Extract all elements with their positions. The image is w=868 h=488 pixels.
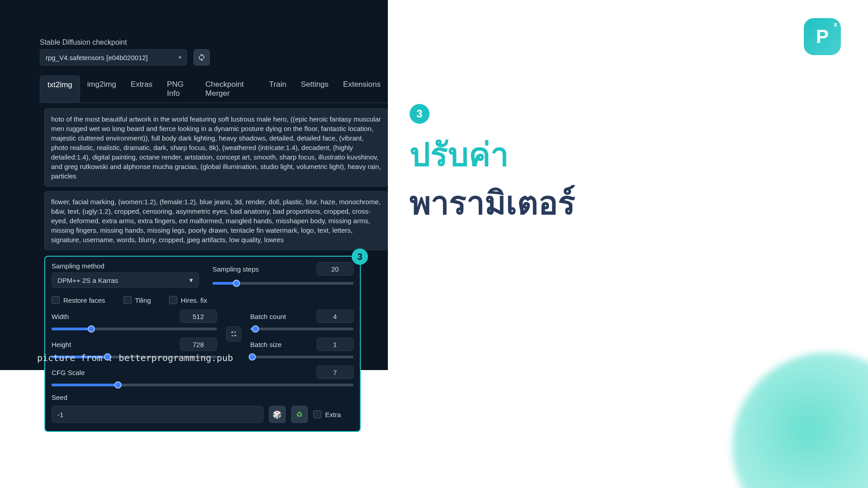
height-label: Height (52, 341, 71, 348)
chevron-down-icon: ▾ (189, 276, 193, 284)
decorative-blob (732, 352, 868, 488)
negative-prompt-textarea[interactable]: flower, facial marking, (women:1.2), (fe… (44, 191, 388, 250)
restore-faces-checkbox[interactable] (52, 296, 60, 304)
dice-icon: 🎲 (273, 410, 282, 419)
batch-count-slider[interactable] (250, 328, 354, 330)
tab-settings[interactable]: Settings (293, 75, 335, 103)
screenshot-panel: Stable Diffusion checkpoint rpg_V4.safet… (0, 0, 388, 370)
swap-icon (230, 330, 237, 338)
seed-input[interactable] (52, 406, 264, 423)
logo-x: x (834, 21, 837, 28)
restore-faces-label: Restore faces (63, 296, 105, 304)
tiling-label: Tiling (135, 296, 151, 304)
tab-img2img[interactable]: img2img (80, 75, 123, 103)
logo: P x (804, 18, 841, 55)
dice-button[interactable]: 🎲 (269, 406, 286, 423)
sampling-steps-slider[interactable] (212, 282, 354, 285)
hires-fix-checkbox[interactable] (169, 296, 177, 304)
step-badge: 3 (352, 249, 368, 265)
checkpoint-label: Stable Diffusion checkpoint (40, 38, 388, 47)
recycle-icon: ♻ (296, 410, 302, 419)
batch-size-label: Batch size (250, 341, 282, 348)
parameters-panel: 3 Sampling method DPM++ 2S a Karras ▾ Sa… (44, 256, 361, 432)
tab-train[interactable]: Train (262, 75, 293, 103)
cfg-label: CFG Scale (52, 369, 85, 376)
logo-letter: P (816, 26, 829, 47)
batch-size-slider[interactable] (250, 356, 354, 358)
tab-extras[interactable]: Extras (123, 75, 160, 103)
hires-fix-label: Hires. fix (181, 296, 207, 304)
tiling-checkbox[interactable] (123, 296, 132, 304)
sampling-steps-label: Sampling steps (212, 265, 259, 273)
extra-checkbox[interactable] (313, 410, 321, 418)
slide-title-line1: ปรับค่า (410, 128, 850, 180)
slide-panel: P x 3 ปรับค่า พารามิเตอร์ (388, 0, 868, 488)
width-label: Width (52, 313, 69, 320)
seed-label: Seed (52, 394, 354, 401)
swap-dimensions-button[interactable] (226, 326, 241, 342)
tab-bar: txt2img img2img Extras PNG Info Checkpoi… (40, 75, 388, 103)
extra-label: Extra (325, 411, 341, 418)
tab-pnginfo[interactable]: PNG Info (160, 75, 198, 103)
checkpoint-value: rpg_V4.safetensors [e04b020012] (46, 54, 148, 61)
slide-title-line2: พารามิเตอร์ (410, 177, 850, 229)
refresh-checkpoint-button[interactable] (193, 49, 210, 66)
sampling-steps-input[interactable] (316, 262, 354, 276)
cfg-input[interactable] (316, 366, 354, 379)
width-slider[interactable] (52, 328, 217, 330)
checkpoint-dropdown[interactable]: rpg_V4.safetensors [e04b020012] ▾ (40, 49, 187, 66)
height-input[interactable] (180, 338, 217, 351)
tab-txt2img[interactable]: txt2img (40, 75, 80, 103)
tab-checkpoint-merger[interactable]: Checkpoint Merger (198, 75, 262, 103)
prompt-textarea[interactable]: hoto of the most beautiful artwork in th… (44, 108, 388, 187)
tab-extensions[interactable]: Extensions (336, 75, 388, 103)
batch-count-input[interactable] (316, 310, 354, 323)
width-input[interactable] (180, 310, 217, 323)
batch-count-label: Batch count (250, 313, 286, 320)
image-credit: picture from : betterprogramming.pub (37, 352, 233, 363)
sampling-method-select[interactable]: DPM++ 2S a Karras ▾ (52, 272, 199, 288)
sampling-method-label: Sampling method (52, 262, 199, 270)
step-number-badge: 3 (410, 104, 429, 124)
chevron-down-icon: ▾ (179, 54, 181, 61)
batch-size-input[interactable] (316, 338, 354, 351)
refresh-icon (198, 53, 206, 61)
recycle-button[interactable]: ♻ (291, 406, 308, 423)
cfg-slider[interactable] (52, 384, 354, 386)
